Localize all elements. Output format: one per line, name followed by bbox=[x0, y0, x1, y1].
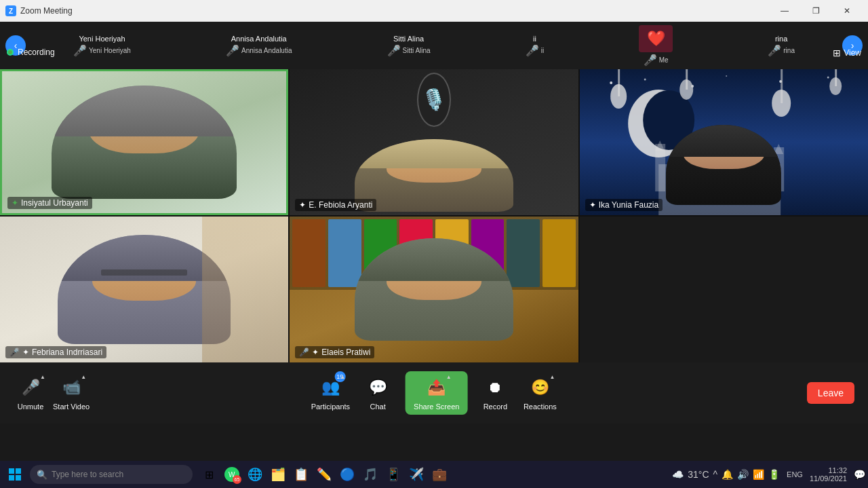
chat-label: Chat bbox=[370, 402, 385, 411]
taskbar-app-spotify[interactable]: 🎵 bbox=[359, 464, 381, 485]
start-button[interactable] bbox=[3, 462, 27, 487]
mute-icon-me: 🎤 bbox=[644, 54, 657, 67]
start-video-button[interactable]: 📹 ▲ Start Video bbox=[53, 375, 90, 411]
participants-icon: 👥 19 ▲ bbox=[318, 375, 342, 400]
strip-avatar-me: ❤️ bbox=[639, 25, 673, 52]
strip-participants-list: Yeni Hoeriyah 🎤 Yeni Hoeriyah Annisa And… bbox=[26, 25, 842, 67]
language-label: ENG bbox=[787, 470, 803, 478]
taskbar-app-purple[interactable]: 📱 bbox=[382, 464, 404, 485]
temperature-icon: ☁️ bbox=[672, 469, 684, 480]
volume-icon: 🔊 bbox=[737, 469, 749, 480]
strip-name-ii: ii bbox=[533, 35, 536, 43]
video-tile-ika: ✦ Ika Yunia Fauzia bbox=[580, 69, 868, 215]
start-video-label: Start Video bbox=[53, 402, 90, 411]
mute-icon-sitti: 🎤 bbox=[387, 44, 401, 57]
expand-icon[interactable]: ^ bbox=[713, 469, 718, 480]
taskbar: 🔍 Type here to search ⊞ W 65 🌐 🗂️ 📋 ✏️ 🔵… bbox=[0, 461, 868, 488]
svg-rect-23 bbox=[16, 468, 21, 474]
taskbar-app-chrome[interactable]: 🔵 bbox=[336, 464, 358, 485]
video-caret[interactable]: ▲ bbox=[81, 374, 86, 380]
taskbar-search[interactable]: 🔍 Type here to search bbox=[30, 465, 193, 484]
label-febriana: 🎤 ✦ Febriana Indrriasari bbox=[5, 346, 106, 358]
febiola-video: 🎙️ bbox=[290, 69, 578, 215]
recording-label: Recording bbox=[18, 48, 55, 57]
strip-name-yeni: Yeni Hoeriyah bbox=[79, 35, 125, 43]
wifi-icon: 📶 bbox=[753, 469, 764, 480]
participants-caret[interactable]: ▲ bbox=[340, 374, 345, 380]
notifications-icon[interactable]: 💬 bbox=[854, 469, 865, 480]
share-screen-button[interactable]: 📤 ▲ Share Screen bbox=[406, 371, 467, 415]
svg-point-11 bbox=[679, 79, 693, 100]
label-febiola: ✦ E. Febiola Aryanti bbox=[295, 199, 376, 211]
windows-logo-icon bbox=[8, 468, 22, 481]
strip-mute-rina: 🎤 rina bbox=[768, 44, 795, 57]
video-tile-empty bbox=[580, 217, 868, 362]
chat-button[interactable]: 💬 Chat bbox=[361, 375, 395, 411]
svg-rect-10 bbox=[686, 69, 688, 90]
strip-participant-yeni[interactable]: Yeni Hoeriyah 🎤 Yeni Hoeriyah bbox=[73, 35, 131, 57]
camera-muted-icon: 📹 bbox=[62, 379, 81, 396]
strip-participant-sitti[interactable]: Sitti Alina 🎤 Sitti Alina bbox=[387, 35, 431, 57]
taskbar-app-edge[interactable]: 🌐 bbox=[244, 464, 266, 485]
star-icon-febiola: ✦ bbox=[299, 200, 306, 210]
svg-point-0 bbox=[610, 81, 612, 84]
mute-icon-elaeis: 🎤 bbox=[299, 348, 309, 357]
title-bar-left: Z Zoom Meeting bbox=[5, 5, 73, 16]
unmute-icon: 🎤 ▲ bbox=[18, 375, 43, 400]
star-icon-ika: ✦ bbox=[589, 200, 596, 210]
reactions-label: Reactions bbox=[524, 402, 557, 411]
star-icon-elaeis: ✦ bbox=[312, 348, 319, 357]
record-circle-icon: ⏺ bbox=[488, 379, 502, 396]
unmute-button[interactable]: 🎤 ▲ Unmute bbox=[14, 375, 47, 411]
strip-participant-annisa[interactable]: Annisa Andalutia 🎤 Annisa Andalutia bbox=[226, 35, 292, 57]
maximize-button[interactable]: ❐ bbox=[800, 0, 831, 22]
taskbar-app-green[interactable]: 📋 bbox=[290, 464, 312, 485]
video-grid: ✦ Insiyatul Urbayanti 🎙️ ✦ E. Febiola Ar… bbox=[0, 69, 868, 362]
unmute-caret[interactable]: ▲ bbox=[40, 374, 45, 380]
label-insiyatul: ✦ Insiyatul Urbayanti bbox=[7, 197, 92, 209]
leave-button[interactable]: Leave bbox=[807, 382, 854, 404]
video-icon: 📹 ▲ bbox=[59, 375, 83, 400]
svg-rect-14 bbox=[835, 69, 837, 86]
title-bar-controls: — ❐ ✕ bbox=[769, 0, 863, 22]
recording-dot bbox=[7, 49, 14, 56]
participants-button[interactable]: 👥 19 ▲ Participants bbox=[311, 375, 350, 411]
taskbar-app-whatsapp[interactable]: W 65 bbox=[221, 464, 243, 485]
video-tile-elaeis: 🎤 ✦ Elaeis Pratiwi bbox=[290, 217, 578, 362]
taskbar-app-files[interactable]: 🗂️ bbox=[267, 464, 289, 485]
strip-mute-ii: 🎤 ii bbox=[526, 44, 544, 57]
reactions-button[interactable]: 😊 ▲ Reactions bbox=[523, 375, 557, 411]
svg-rect-24 bbox=[9, 475, 14, 481]
mic-visual: 🎙️ bbox=[417, 73, 451, 127]
mic-slash bbox=[18, 375, 43, 400]
strip-mute-annisa: 🎤 Annisa Andalutia bbox=[226, 44, 292, 57]
taskbar-app-blue[interactable]: 💼 bbox=[429, 464, 450, 485]
strip-mute-sitti: 🎤 Sitti Alina bbox=[387, 44, 431, 57]
taskbar-app-telegram[interactable]: ✈️ bbox=[406, 464, 427, 485]
strip-participant-me[interactable]: ❤️ 🎤 Me bbox=[639, 25, 673, 67]
svg-marker-19 bbox=[655, 140, 665, 151]
network-icon: 🔔 bbox=[722, 469, 733, 480]
taskbar-app-taskview[interactable]: ⊞ bbox=[198, 464, 220, 485]
toolbar: 🎤 ▲ Unmute 📹 ▲ Start Video 👥 19 bbox=[0, 362, 868, 424]
record-button[interactable]: ⏺ Record bbox=[478, 375, 512, 411]
taskbar-app-notes[interactable]: ✏️ bbox=[313, 464, 335, 485]
video-tile-febiola: 🎙️ ✦ E. Febiola Aryanti bbox=[290, 69, 578, 215]
strip-participant-ii[interactable]: ii 🎤 ii bbox=[526, 35, 544, 57]
reactions-caret[interactable]: ▲ bbox=[549, 374, 555, 380]
share-caret[interactable]: ▲ bbox=[446, 374, 452, 380]
strip-mute-yeni: 🎤 Yeni Hoeriyah bbox=[73, 44, 131, 57]
video-tile-febriana: 🎤 ✦ Febriana Indrriasari bbox=[0, 217, 288, 362]
svg-rect-12 bbox=[781, 69, 783, 103]
name-elaeis: Elaeis Pratiwi bbox=[321, 348, 370, 357]
share-screen-icon: 📤 ▲ bbox=[425, 375, 449, 400]
strip-participant-rina[interactable]: rina 🎤 rina bbox=[768, 35, 795, 57]
toolbar-center: 👥 19 ▲ Participants 💬 Chat 📤 ▲ Share Scr… bbox=[311, 371, 557, 415]
svg-point-3 bbox=[726, 75, 727, 77]
strip-mute-label-ii: ii bbox=[541, 47, 544, 54]
minimize-button[interactable]: — bbox=[769, 0, 800, 22]
close-button[interactable]: ✕ bbox=[831, 0, 863, 22]
strip-mute-me: 🎤 Me bbox=[644, 54, 669, 67]
view-button[interactable]: ⊞ View bbox=[833, 48, 861, 58]
mute-icon-rina: 🎤 bbox=[768, 44, 781, 57]
